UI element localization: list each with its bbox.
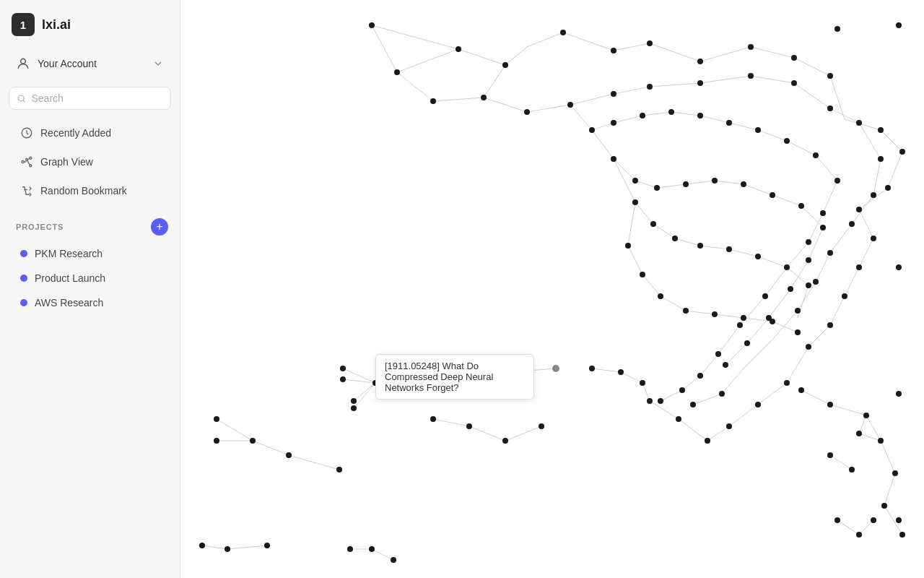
project-dot-pkm [20, 250, 27, 257]
svg-line-25 [830, 296, 845, 325]
graph-area[interactable]: [1911.05248] What Do Compressed Deep Neu… [180, 0, 924, 578]
svg-point-181 [741, 181, 746, 187]
svg-line-32 [650, 401, 679, 419]
svg-point-229 [647, 398, 653, 404]
svg-line-82 [657, 184, 686, 188]
svg-point-203 [683, 308, 689, 314]
svg-point-243 [250, 438, 256, 444]
svg-point-259 [849, 467, 855, 473]
svg-point-236 [340, 366, 346, 371]
svg-line-12 [614, 43, 650, 51]
svg-point-196 [827, 250, 833, 256]
svg-line-16 [794, 58, 830, 76]
add-project-button[interactable]: + [151, 218, 168, 236]
svg-point-263 [347, 546, 353, 552]
svg-point-230 [658, 398, 663, 404]
svg-point-235 [552, 365, 559, 372]
svg-point-245 [336, 467, 342, 473]
svg-line-31 [679, 419, 707, 441]
svg-point-200 [625, 243, 631, 249]
svg-line-26 [808, 325, 830, 347]
svg-line-105 [661, 296, 686, 311]
svg-line-86 [772, 195, 801, 206]
nav-recently-added[interactable]: Recently Added [4, 119, 175, 147]
svg-point-199 [871, 236, 876, 241]
svg-point-169 [755, 127, 761, 133]
svg-point-184 [820, 210, 826, 216]
svg-line-58 [722, 368, 744, 394]
svg-line-130 [830, 455, 852, 470]
svg-line-61 [592, 123, 614, 130]
svg-point-266 [834, 517, 840, 523]
svg-point-237 [340, 376, 346, 382]
svg-point-222 [737, 322, 743, 328]
svg-line-87 [801, 206, 823, 228]
svg-point-180 [712, 178, 718, 184]
svg-line-121 [505, 426, 541, 441]
svg-point-144 [791, 55, 797, 61]
svg-line-67 [758, 130, 787, 141]
svg-point-210 [806, 282, 811, 288]
project-product-label: Product Launch [35, 272, 105, 284]
svg-point-267 [856, 532, 862, 538]
svg-line-37 [397, 49, 458, 72]
svg-point-146 [502, 62, 508, 68]
svg-line-45 [650, 83, 700, 87]
svg-point-151 [899, 149, 905, 155]
svg-point-137 [369, 22, 375, 28]
account-label: Your Account [38, 58, 97, 69]
svg-point-183 [798, 203, 804, 209]
svg-line-49 [830, 108, 859, 123]
svg-line-15 [751, 47, 794, 58]
nav-random-bookmark[interactable]: Random Bookmark [4, 177, 175, 204]
search-box[interactable] [9, 87, 171, 110]
search-icon [17, 93, 26, 104]
svg-point-141 [456, 46, 461, 52]
random-icon [20, 184, 33, 197]
svg-point-247 [466, 423, 472, 429]
svg-point-149 [827, 73, 833, 79]
nav-graph-view[interactable]: Graph View [4, 148, 175, 176]
project-dot-product [20, 275, 27, 282]
svg-point-1 [18, 95, 24, 101]
svg-line-30 [707, 426, 729, 441]
svg-point-193 [784, 264, 790, 270]
svg-line-33 [642, 383, 650, 401]
svg-line-72 [787, 242, 808, 267]
svg-line-56 [772, 311, 798, 340]
svg-point-154 [567, 102, 573, 108]
svg-line-39 [433, 98, 484, 101]
svg-line-38 [397, 72, 433, 101]
search-container [0, 81, 180, 116]
svg-line-60 [570, 105, 592, 130]
svg-point-254 [878, 438, 884, 444]
svg-line-113 [354, 383, 375, 408]
svg-line-14 [700, 47, 751, 61]
svg-point-155 [611, 91, 616, 97]
svg-point-226 [744, 340, 750, 346]
svg-line-42 [527, 105, 570, 112]
project-product-launch[interactable]: Product Launch [4, 267, 175, 290]
svg-point-198 [856, 264, 862, 270]
search-input[interactable] [31, 92, 163, 104]
svg-line-11 [563, 33, 614, 51]
svg-point-231 [676, 416, 681, 422]
svg-line-64 [671, 112, 700, 116]
svg-line-120 [469, 426, 505, 441]
svg-line-81 [635, 181, 657, 188]
logo-box: 1 [12, 13, 35, 36]
project-dot-aws [20, 299, 27, 306]
svg-line-79 [592, 130, 614, 159]
svg-line-123 [830, 405, 866, 415]
svg-point-152 [430, 98, 436, 104]
svg-line-48 [794, 83, 830, 108]
account-row[interactable]: Your Account [4, 49, 175, 78]
svg-line-41 [484, 98, 527, 112]
svg-point-232 [690, 402, 696, 407]
svg-point-241 [214, 416, 219, 422]
project-pkm-research[interactable]: PKM Research [4, 242, 175, 265]
svg-point-221 [715, 351, 721, 357]
project-aws-research[interactable]: AWS Research [4, 291, 175, 314]
svg-line-54 [816, 253, 830, 282]
svg-line-102 [628, 202, 635, 246]
